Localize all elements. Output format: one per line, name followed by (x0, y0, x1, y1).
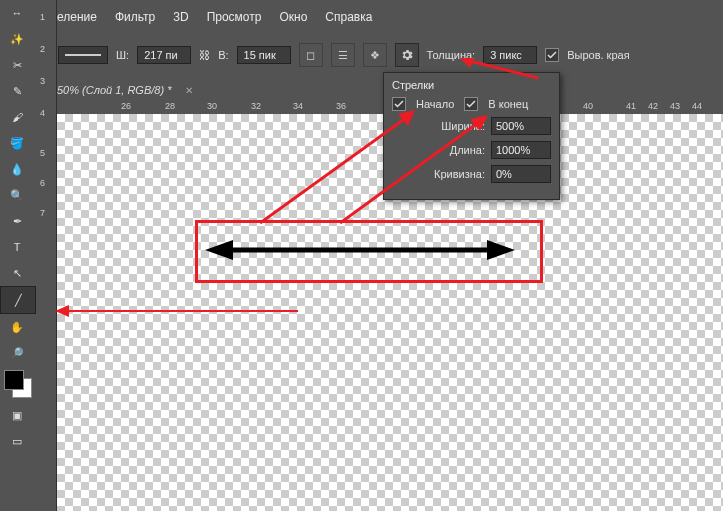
type-tool-icon[interactable]: T (0, 234, 34, 260)
stroke-preview[interactable] (58, 46, 108, 64)
height-label: В: (218, 49, 228, 61)
brush-tool-icon[interactable]: 🖌 (0, 104, 34, 130)
svg-marker-8 (470, 115, 488, 131)
width-label: Ш: (116, 49, 129, 61)
menu-item[interactable]: Справка (325, 10, 372, 24)
align-edges-checkbox[interactable] (545, 48, 559, 62)
svg-marker-4 (460, 58, 474, 68)
tab-title: 50% (Слой 1, RGB/8) * (57, 84, 171, 96)
gear-icon[interactable] (395, 43, 419, 67)
align-edges-label: Выров. края (567, 49, 629, 61)
color-swatch[interactable] (4, 370, 32, 398)
wand-tool-icon[interactable]: ✨ (0, 26, 34, 52)
end-label: В конец (488, 98, 528, 110)
popup-length-input[interactable] (491, 141, 551, 159)
align-icon[interactable]: ☰ (331, 43, 355, 67)
menu-item[interactable]: еление (57, 10, 97, 24)
foreground-color[interactable] (4, 370, 24, 390)
menu-bar: еление Фильтр 3D Просмотр Окно Справка (57, 10, 372, 24)
start-checkbox[interactable] (392, 97, 406, 111)
end-checkbox[interactable] (464, 97, 478, 111)
annotation-arrow (340, 115, 488, 225)
svg-marker-10 (55, 305, 69, 317)
options-bar: Ш: ⛓ В: ◻ ☰ ❖ Толщина: Выров. края (58, 40, 630, 70)
heal-tool-icon[interactable]: ✎ (0, 78, 34, 104)
start-label: Начало (416, 98, 454, 110)
blur-tool-icon[interactable]: 💧 (0, 156, 34, 182)
annotation-highlight-box (195, 220, 543, 283)
line-tool-icon[interactable]: ╱ (0, 286, 36, 314)
crop-tool-icon[interactable]: ✂ (0, 52, 34, 78)
zoom-tool-icon[interactable]: 🔎 (0, 340, 34, 366)
square-icon[interactable]: ◻ (299, 43, 323, 67)
menu-item[interactable]: Фильтр (115, 10, 155, 24)
quickmask-icon[interactable]: ▣ (0, 402, 34, 428)
annotation-arrow (55, 303, 300, 319)
bucket-tool-icon[interactable]: 🪣 (0, 130, 34, 156)
arrange-icon[interactable]: ❖ (363, 43, 387, 67)
popup-curve-input[interactable] (491, 165, 551, 183)
pen-tool-icon[interactable]: ✒ (0, 208, 34, 234)
height-input[interactable] (237, 46, 291, 64)
close-icon[interactable]: ✕ (185, 85, 193, 96)
annotation-arrow (460, 58, 540, 80)
hand-tool-icon[interactable]: ✋ (0, 314, 34, 340)
screenmode-icon[interactable]: ▭ (0, 428, 34, 454)
popup-width-input[interactable] (491, 117, 551, 135)
dodge-tool-icon[interactable]: 🔍 (0, 182, 34, 208)
svg-line-7 (340, 120, 482, 223)
menu-item[interactable]: Просмотр (207, 10, 262, 24)
menu-item[interactable]: Окно (279, 10, 307, 24)
menu-item[interactable]: 3D (173, 10, 188, 24)
svg-line-3 (470, 61, 538, 78)
path-tool-icon[interactable]: ↖ (0, 260, 34, 286)
link-icon[interactable]: ⛓ (199, 49, 210, 61)
popup-title: Стрелки (392, 79, 551, 91)
move-tool-icon[interactable]: ↔ (0, 0, 34, 26)
ruler-vertical: 1 2 3 4 5 6 7 (36, 0, 57, 511)
width-input[interactable] (137, 46, 191, 64)
document-tab[interactable]: 50% (Слой 1, RGB/8) * ✕ (57, 78, 193, 102)
tool-column: ↔ ✨ ✂ ✎ 🖌 🪣 💧 🔍 ✒ T ↖ ╱ ✋ 🔎 ▣ ▭ (0, 0, 37, 511)
